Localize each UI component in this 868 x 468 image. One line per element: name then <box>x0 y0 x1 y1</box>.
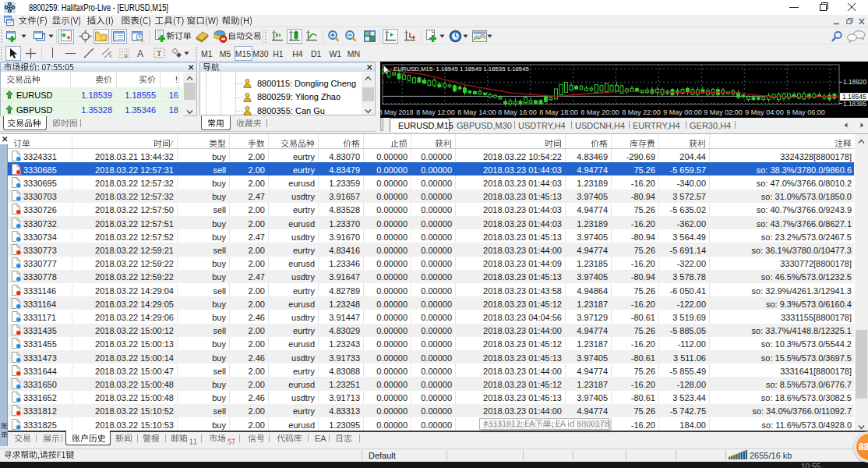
svg-text:9 May 00:00: 9 May 00:00 <box>663 108 702 116</box>
svg-text:8 May 20:00: 8 May 20:00 <box>580 108 619 116</box>
svg-text:8 May 18:00: 8 May 18:00 <box>539 108 578 116</box>
svg-text:8 May 12:00: 8 May 12:00 <box>416 108 455 116</box>
svg-text:1.18545: 1.18545 <box>842 93 866 101</box>
svg-text:F: F <box>125 54 128 59</box>
svg-text:8 May 14:00: 8 May 14:00 <box>457 108 496 116</box>
svg-text:1.18920: 1.18920 <box>843 78 866 86</box>
svg-text:8 May 22:00: 8 May 22:00 <box>622 108 661 116</box>
svg-text:1.18395: 1.18395 <box>843 100 866 108</box>
svg-text:8 May 16:00: 8 May 16:00 <box>498 108 537 116</box>
svg-text:9 May 04:00: 9 May 04:00 <box>745 108 784 116</box>
svg-text:EURUSD,M15 1.18545 1.18549 1.: EURUSD,M15 1.18545 1.18549 1.18535 1.185… <box>393 66 529 73</box>
svg-text:T: T <box>157 49 161 58</box>
svg-text:9 May 02:00: 9 May 02:00 <box>704 108 743 116</box>
svg-text:8 May 2018: 8 May 2018 <box>380 108 414 116</box>
svg-text:9 May 06:00: 9 May 06:00 <box>786 108 825 116</box>
